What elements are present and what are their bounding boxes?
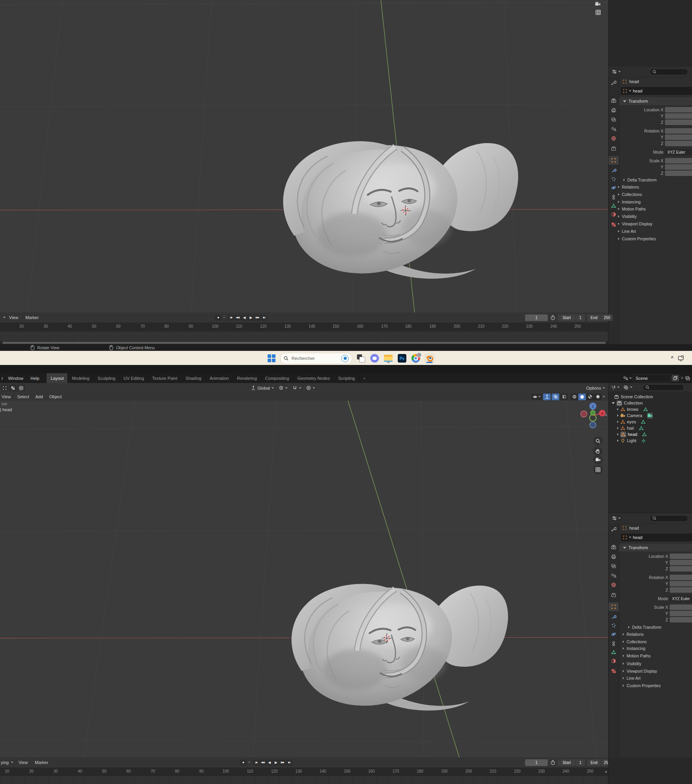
- outliner-search-input[interactable]: [643, 384, 684, 391]
- viewport-3d-top[interactable]: [0, 0, 608, 312]
- outliner-row-collection[interactable]: Collection: [609, 400, 692, 406]
- snap-magnet-icon[interactable]: [292, 385, 297, 390]
- play-reverse-button[interactable]: ◀: [241, 315, 247, 321]
- workspace-tab-texture-paint[interactable]: Texture Paint: [148, 373, 181, 383]
- section-line-art[interactable]: Line Art: [623, 675, 641, 681]
- section-visibility[interactable]: Visibility: [623, 661, 641, 667]
- photoshop-button[interactable]: Ps: [397, 353, 407, 363]
- workspace-tab-add[interactable]: +: [359, 373, 370, 383]
- workspace-tab-geometry-nodes[interactable]: Geometry Nodes: [293, 373, 334, 383]
- play-reverse-button[interactable]: ◀: [266, 760, 272, 766]
- shading-rendered-button[interactable]: [594, 394, 601, 400]
- section-line-art[interactable]: Line Art: [618, 228, 636, 234]
- expand-caret-icon[interactable]: [617, 433, 619, 436]
- rotation-z-field[interactable]: [670, 587, 692, 593]
- camera-view-button[interactable]: [593, 455, 603, 465]
- timeline-menu-view[interactable]: View: [15, 757, 31, 768]
- outliner-row-head[interactable]: head: [609, 431, 692, 437]
- orientation-dropdown[interactable]: Global: [257, 386, 270, 390]
- section-instancing[interactable]: Instancing: [618, 199, 641, 205]
- file-explorer-button[interactable]: [383, 353, 393, 363]
- tab-constraints[interactable]: [609, 639, 619, 648]
- editor-type-button[interactable]: [610, 515, 622, 522]
- jump-to-start-button[interactable]: |◀: [253, 760, 259, 766]
- section-viewport-display[interactable]: Viewport Display: [618, 221, 652, 227]
- object-name-row[interactable]: head: [621, 534, 692, 541]
- outliner-row-eyes[interactable]: eyes: [609, 419, 692, 425]
- outliner-row-hair[interactable]: hair: [609, 425, 692, 431]
- rotation-y-field[interactable]: -8: [665, 134, 692, 140]
- blender-button[interactable]: [424, 353, 435, 363]
- tab-view-layer[interactable]: [609, 562, 619, 570]
- next-keyframe-button[interactable]: ▶▶: [254, 315, 261, 321]
- pan-hand-button[interactable]: [593, 446, 602, 456]
- tab-modifiers[interactable]: [609, 613, 619, 621]
- workspace-tab-uv-editing[interactable]: UV Editing: [120, 373, 148, 383]
- display-mode-icon[interactable]: [623, 385, 629, 390]
- menu-render-partial[interactable]: r: [0, 373, 5, 383]
- properties-search-input[interactable]: [650, 515, 688, 522]
- visibility-eye-icon[interactable]: [533, 394, 538, 399]
- scene-name-field[interactable]: Scene: [633, 374, 670, 382]
- task-view-button[interactable]: [356, 353, 366, 363]
- taskbar-search-input[interactable]: Rechercher: [280, 353, 352, 364]
- scale-x-field[interactable]: 1: [665, 158, 692, 163]
- location-y-field[interactable]: [670, 560, 692, 565]
- expand-caret-icon[interactable]: [617, 421, 619, 423]
- xray-toggle[interactable]: [560, 394, 568, 400]
- play-button[interactable]: ▶: [248, 315, 254, 321]
- start-frame-label[interactable]: Start: [558, 314, 575, 321]
- tab-material[interactable]: [609, 657, 619, 665]
- transform-orientation-icon[interactable]: [251, 385, 256, 390]
- section-instancing[interactable]: Instancing: [623, 645, 645, 652]
- section-custom-properties[interactable]: Custom Properties: [623, 682, 661, 689]
- section-delta-transform[interactable]: Delta Transform: [628, 624, 661, 630]
- pivot-point-icon[interactable]: [279, 385, 284, 390]
- navigation-axis-gizmo[interactable]: Z Y X: [580, 401, 606, 429]
- menu-window[interactable]: Window: [5, 373, 27, 383]
- show-gizmo-toggle[interactable]: [543, 394, 551, 400]
- chrome-button[interactable]: [411, 353, 421, 363]
- tab-constraints[interactable]: [609, 193, 619, 201]
- autokey-options-chevron[interactable]: [223, 317, 225, 318]
- location-y-field[interactable]: 0: [665, 113, 692, 119]
- timeline-scrollbar[interactable]: [0, 341, 608, 344]
- scene-icon[interactable]: [623, 376, 628, 381]
- shading-solid-button[interactable]: [578, 394, 586, 400]
- location-x-field[interactable]: 0: [665, 107, 692, 113]
- tab-world[interactable]: [609, 581, 619, 589]
- jump-to-start-button[interactable]: |◀: [228, 315, 234, 321]
- play-button[interactable]: ▶: [273, 760, 279, 766]
- tab-particles[interactable]: [609, 621, 619, 630]
- timeline-menu-marker[interactable]: Marker: [22, 312, 42, 323]
- stopwatch-icon[interactable]: [550, 315, 556, 320]
- tab-particles[interactable]: [609, 175, 619, 183]
- scale-y-field[interactable]: [670, 611, 692, 616]
- expand-caret-icon[interactable]: [617, 439, 619, 442]
- transform-panel-header[interactable]: Transform: [619, 544, 692, 552]
- viewport-3d-bottom[interactable]: ive | head Z Y X: [0, 401, 608, 757]
- show-overlays-toggle[interactable]: [552, 394, 559, 400]
- start-frame-value[interactable]: 1: [576, 314, 585, 321]
- viewport-menu-object[interactable]: Object: [46, 393, 65, 401]
- section-collections[interactable]: Collections: [623, 639, 647, 645]
- rotation-mode-dropdown[interactable]: XYZ Euler: [670, 595, 692, 602]
- autokey-options-chevron[interactable]: [248, 762, 250, 763]
- tab-tool[interactable]: [609, 78, 619, 87]
- end-frame-label[interactable]: End: [587, 759, 601, 766]
- end-frame-label[interactable]: End: [587, 314, 601, 321]
- rotation-z-field[interactable]: -0.0: [665, 141, 692, 146]
- timeline-ruler-bottom[interactable]: 1020304050607080901001101201301401501601…: [0, 768, 608, 777]
- section-relations[interactable]: Relations: [618, 184, 639, 190]
- section-visibility[interactable]: Visibility: [618, 213, 637, 220]
- unlink-scene-button[interactable]: ✕: [680, 376, 684, 381]
- viewport-menu-view[interactable]: View: [0, 393, 14, 401]
- tab-physics[interactable]: [609, 183, 619, 192]
- editor-type-button[interactable]: [610, 68, 622, 75]
- timeline-menu-keying-partial[interactable]: ying: [0, 757, 9, 768]
- chat-app-button[interactable]: [370, 353, 380, 363]
- windows-start-button[interactable]: [266, 353, 277, 363]
- stopwatch-icon[interactable]: [550, 760, 556, 765]
- jump-to-end-button[interactable]: ▶|: [261, 315, 267, 321]
- tray-chevron-button[interactable]: ^: [671, 355, 674, 361]
